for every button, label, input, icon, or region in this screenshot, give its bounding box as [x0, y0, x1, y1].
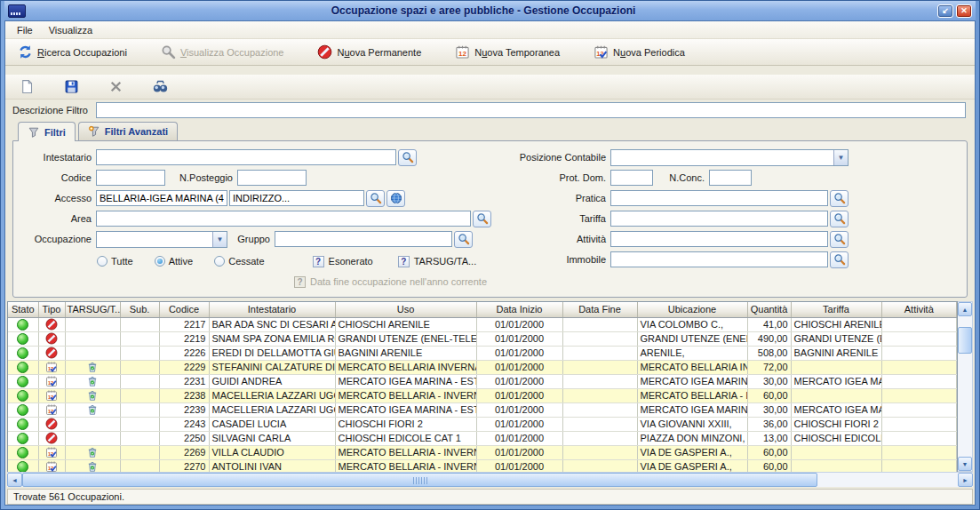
vertical-scroll-track[interactable] [958, 316, 972, 457]
gruppo-search-button[interactable] [454, 231, 473, 248]
n-posteggio-input[interactable] [237, 170, 307, 186]
status-bar: Trovate 561 Occupazioni. [7, 489, 973, 505]
horizontal-scrollbar[interactable]: ◄ ► [7, 472, 973, 487]
cell-tariffa: BAGNINI ARENILE [791, 346, 881, 360]
table-row[interactable]: 2217BAR ADA SNC DI CESARI ALVECHIOSCHI A… [8, 317, 957, 331]
cell-intestatario: MACELLERIA LAZZARI UGO & C [209, 388, 335, 402]
table-row[interactable]: 122239MACELLERIA LAZZARI UGO & CMERCATO … [8, 402, 957, 417]
radio-tutte[interactable]: Tutte [97, 256, 133, 267]
cell-tarsug [65, 445, 120, 459]
toolbar-button-nuova-permanente[interactable]: Nuova Permanente [310, 42, 428, 62]
permanente-icon [45, 318, 58, 331]
tab-filtri[interactable]: Filtri [18, 122, 76, 141]
occupazione-select[interactable]: ▼ [96, 231, 227, 248]
table-row[interactable]: 122231GUIDI ANDREAMERCATO IGEA MARINA - … [8, 374, 957, 388]
intestatario-input[interactable] [96, 149, 396, 165]
toolbar-button-nuova-temporanea[interactable]: 12Nuova Temporanea [448, 42, 567, 62]
column-header-tariffa[interactable]: Tariffa [791, 302, 881, 317]
table-row[interactable]: 2243CASADEI LUCIACHIOSCHI FIORI 201/01/2… [8, 417, 957, 431]
vertical-scrollbar[interactable]: ▲ ▼ [958, 301, 973, 472]
menu-item-file[interactable]: File [9, 23, 41, 37]
close-window-button[interactable]: ✕ [956, 4, 972, 18]
codice-input[interactable] [96, 170, 165, 186]
find-binoculars-icon[interactable] [151, 78, 169, 96]
column-header-attivit-[interactable]: Attività [881, 302, 957, 317]
immobile-search-button[interactable] [830, 251, 849, 268]
intestatario-search-button[interactable] [398, 149, 417, 166]
cell-quantita: 60,00 [747, 388, 791, 402]
toolbar-button-nuova-periodica[interactable]: 12Nuova Periodica [586, 42, 692, 62]
accesso-map-button[interactable] [386, 190, 405, 207]
pratica-input[interactable] [610, 190, 828, 206]
globe-icon [390, 192, 402, 204]
attivita-search-button[interactable] [830, 231, 849, 248]
radio-cessate[interactable]: Cessate [214, 256, 264, 267]
save-icon[interactable] [62, 78, 80, 96]
horizontal-scroll-track[interactable] [22, 473, 958, 487]
filter-description-input[interactable] [96, 102, 966, 118]
chevron-down-icon[interactable]: ▼ [212, 232, 227, 247]
column-header-uso[interactable]: Uso [335, 302, 476, 317]
gruppo-input[interactable] [275, 231, 452, 247]
tariffa-search-button[interactable] [830, 211, 849, 227]
vertical-scroll-thumb[interactable] [958, 327, 972, 354]
scroll-left-button[interactable]: ◄ [7, 473, 22, 487]
tristate-checkbox-icon[interactable]: ? [313, 256, 324, 267]
column-header-tipo[interactable]: Tipo [38, 302, 65, 317]
restore-window-button[interactable]: ↙ [937, 4, 953, 18]
cell-ubicazione: VIA COLOMBO C., [637, 317, 747, 331]
accesso-search-button[interactable] [366, 190, 385, 207]
table-row[interactable]: 122238MACELLERIA LAZZARI UGO & CMERCATO … [8, 388, 957, 402]
attivita-input[interactable] [610, 231, 828, 247]
column-header-sub-[interactable]: Sub. [120, 302, 159, 317]
column-header-data-fine[interactable]: Data Fine [562, 302, 637, 317]
cell-data-inizio: 01/01/2000 [476, 331, 562, 346]
toolbar-button-ricerca-occupazioni[interactable]: Ricerca Occupazioni [11, 42, 134, 62]
column-header-stato[interactable]: Stato [8, 302, 38, 317]
table-row[interactable]: 122229STEFANINI CALZATURE DI STEMERCATO … [8, 360, 957, 374]
delete-icon[interactable] [107, 78, 124, 96]
horizontal-scroll-thumb[interactable] [22, 473, 817, 487]
radio-circle-selected[interactable] [155, 256, 165, 267]
chevron-down-icon[interactable]: ▼ [833, 150, 848, 165]
checkbox-tarsug[interactable]: ?TARSUG/TA... [398, 256, 477, 267]
cell-tipo: 12 [38, 402, 65, 417]
table-row[interactable]: 122269VILLA CLAUDIOMERCATO BELLARIA - IN… [8, 445, 957, 459]
accesso-input[interactable] [96, 190, 227, 206]
menu-item-visualizza[interactable]: Visualizza [41, 23, 100, 37]
cell-attivita [881, 417, 957, 431]
radio-attive[interactable]: Attive [155, 256, 194, 267]
area-input[interactable] [96, 211, 471, 227]
prot-dom-input[interactable] [610, 170, 653, 186]
tariffa-input[interactable] [610, 211, 828, 227]
table-row[interactable]: 2250SILVAGNI CARLACHIOSCHI EDICOLE CAT 1… [8, 431, 957, 445]
scroll-up-button[interactable]: ▲ [958, 302, 972, 316]
spacer [5, 66, 975, 75]
toolbar-button-label: Nuova Temporanea [474, 47, 560, 58]
scroll-right-button[interactable]: ► [958, 473, 973, 487]
posizione-contabile-select[interactable]: ▼ [610, 149, 849, 166]
column-header-quantit-[interactable]: Quantità [747, 302, 791, 317]
column-header-ubicazione[interactable]: Ubicazione [637, 302, 747, 317]
column-header-data-inizio[interactable]: Data Inizio [476, 302, 562, 317]
tristate-checkbox-icon[interactable]: ? [398, 256, 410, 267]
tab-filtri-avanzati[interactable]: Filtri Avanzati [78, 122, 178, 140]
cell-quantita: 72,00 [747, 360, 791, 374]
accesso-indirizzo-input[interactable] [229, 190, 364, 206]
immobile-input[interactable] [610, 251, 828, 267]
table-row[interactable]: 2219SNAM SPA ZONA EMILIA ROMGRANDI UTENZ… [8, 331, 957, 346]
table-row[interactable]: 2226EREDI DI DELLAMOTTA GIUSEPBAGNINI AR… [8, 346, 957, 360]
radio-circle[interactable] [214, 256, 225, 267]
checkbox-esonerato[interactable]: ?Esonerato [313, 256, 373, 267]
column-header-intestatario[interactable]: Intestatario [209, 302, 335, 317]
pratica-search-button[interactable] [830, 190, 849, 207]
radio-circle[interactable] [97, 256, 108, 267]
cell-ubicazione: PIAZZA DON MINZONI, [637, 431, 747, 445]
area-search-button[interactable] [473, 211, 491, 227]
scroll-down-button[interactable]: ▼ [958, 457, 972, 471]
n-conc-input[interactable] [709, 170, 752, 186]
cell-attivita [881, 346, 957, 360]
column-header-tarsug-t-[interactable]: TARSUG/T... [65, 302, 120, 317]
column-header-codice[interactable]: Codice [159, 302, 209, 317]
new-document-icon[interactable] [18, 78, 36, 96]
